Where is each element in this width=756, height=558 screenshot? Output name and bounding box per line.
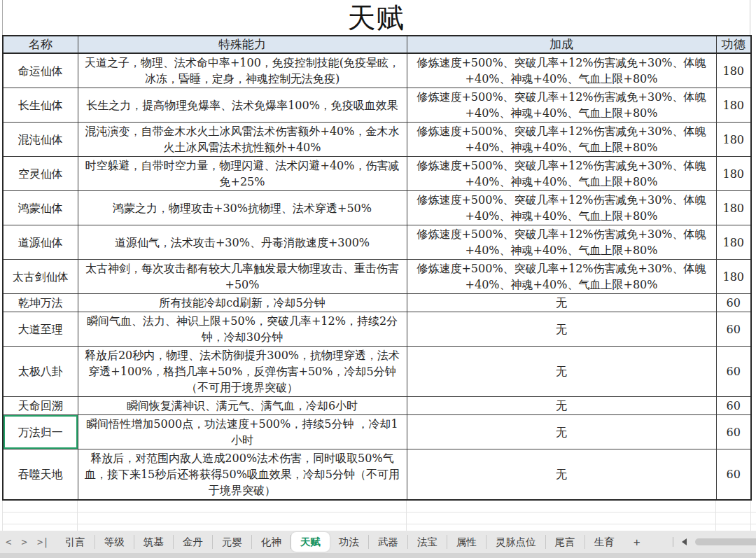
cell-name[interactable]: 混沌仙体	[3, 123, 78, 157]
tab-nav-buttons: < > >|	[0, 537, 56, 547]
tab-功法[interactable]: 功法	[330, 535, 369, 549]
empty-cell[interactable]	[3, 512, 78, 524]
table-row: 太古剑仙体太古神剑，每次攻击都有较大几率触发最大物理攻击、重击伤害+50%修炼速…	[3, 260, 751, 294]
cell-merit[interactable]: 180	[716, 191, 751, 225]
sheet-title-cell[interactable]: 天赋	[2, 0, 750, 35]
table-row: 鸿蒙仙体鸿蒙之力，物理攻击+30%抗物理、法术穿透+50%修炼速度+500%、突…	[3, 191, 751, 225]
tab-scroll-prev-button[interactable]: <	[6, 537, 11, 547]
cell-bonus[interactable]: 修炼速度+500%、突破几率+12%伤害减免+30%、体魄+40%、神魂+40%…	[407, 123, 716, 157]
cell-merit[interactable]: 180	[716, 88, 751, 123]
cell-name[interactable]: 道源仙体	[3, 225, 78, 260]
cell-name[interactable]: 命运仙体	[3, 53, 78, 88]
cell-merit[interactable]: 60	[716, 312, 751, 347]
tab-scroll-next-button[interactable]: >	[21, 537, 27, 547]
cell-bonus[interactable]: 无	[407, 312, 716, 347]
empty-cell[interactable]	[751, 512, 756, 524]
cell-ability[interactable]: 瞬间悟性增加5000点，功法速度+500%，持续5分钟 ，冷却1小时	[78, 415, 407, 449]
cell-bonus[interactable]: 无	[407, 397, 716, 415]
tab-灵脉点位[interactable]: 灵脉点位	[486, 535, 546, 549]
cell-merit[interactable]: 60	[716, 415, 751, 449]
cell-bonus[interactable]: 修炼速度+500%、突破几率+12%伤害减免+30%、体魄+40%、神魂+40%…	[407, 53, 716, 88]
cell-name[interactable]: 天命回溯	[3, 397, 78, 415]
table-row: 长生仙体长生之力，提高物理免爆率、法术免爆率100%，免疫吸血效果修炼速度+50…	[3, 88, 751, 123]
cell-name[interactable]: 空灵仙体	[3, 157, 78, 191]
tab-化神[interactable]: 化神	[252, 535, 291, 549]
cell-name[interactable]: 万法归一	[3, 415, 78, 449]
table-row: 天命回溯瞬间恢复满神识、满元气、满气血，冷却6小时无60	[3, 397, 751, 415]
tab-元婴[interactable]: 元婴	[213, 535, 252, 549]
cell-merit[interactable]: 60	[716, 347, 751, 397]
cell-ability[interactable]: 天道之子，物理、法术命中率+100，免疫控制技能(免疫晕眩，冰冻，昏睡，定身，神…	[78, 53, 407, 88]
column-header-merit[interactable]: 功德	[716, 36, 751, 53]
column-header-bonus[interactable]: 加成	[407, 36, 716, 53]
status-strip	[0, 553, 756, 558]
empty-cell[interactable]	[716, 501, 751, 512]
tab-尾言[interactable]: 尾言	[546, 535, 585, 549]
column-header-name[interactable]: 名称	[3, 36, 78, 53]
empty-cell[interactable]	[407, 512, 716, 524]
cell-ability[interactable]: 瞬间恢复满神识、满元气、满气血，冷却6小时	[78, 397, 407, 415]
cell-bonus[interactable]: 修炼速度+500%、突破几率+12%伤害减免+30%、体魄+40%、神魂+40%…	[407, 225, 716, 260]
table-row: 吞噬天地释放后，对范围内敌人造成200%法术伤害，同时吸取50%气血，接下来15…	[3, 449, 751, 501]
empty-cell[interactable]	[78, 501, 407, 512]
cell-bonus[interactable]: 修炼速度+500%、突破几率+12%伤害减免+30%、体魄+40%、神魂+40%…	[407, 157, 716, 191]
cell-ability[interactable]: 鸿蒙之力，物理攻击+30%抗物理、法术穿透+50%	[78, 191, 407, 225]
cell-bonus[interactable]: 修炼速度+500%、突破几率+12%伤害减免+30%、体魄+40%、神魂+40%…	[407, 191, 716, 225]
table-row: 太极八卦释放后20秒内，物理、法术防御提升300%，抗物理穿透，法术穿透+100…	[3, 347, 751, 397]
tabbar-divider	[673, 537, 673, 547]
add-sheet-button[interactable]: +	[624, 536, 650, 548]
cell-merit[interactable]: 180	[716, 260, 751, 294]
cell-merit[interactable]: 180	[716, 225, 751, 260]
tab-筑基[interactable]: 筑基	[134, 535, 174, 549]
tab-法宝[interactable]: 法宝	[408, 535, 447, 549]
tab-属性[interactable]: 属性	[447, 535, 486, 549]
table-row: 道源仙体道源仙气，法术攻击+30%、丹毒消散速度+300%修炼速度+500%、突…	[3, 225, 751, 260]
tab-scroll-last-button[interactable]: >|	[37, 537, 49, 547]
scroll-left-icon[interactable]	[682, 538, 687, 545]
table-row: 混沌仙体混沌演变，自带金木水火土冰风雷法术伤害额外+40%，金木水火土冰风雷法术…	[3, 123, 751, 157]
cell-bonus[interactable]: 无	[407, 449, 716, 501]
tab-武器[interactable]: 武器	[369, 535, 408, 549]
cell-merit[interactable]: 180	[716, 123, 751, 157]
cell-ability[interactable]: 所有技能冷却cd刷新，冷却5分钟	[78, 294, 407, 312]
cell-ability[interactable]: 瞬间气血、法力、神识上限+50%，突破几率+12%，持续2分钟，冷却30分钟	[78, 312, 407, 347]
empty-cell[interactable]	[407, 501, 716, 512]
cell-bonus[interactable]: 无	[407, 294, 716, 312]
cell-name[interactable]: 大道至理	[3, 312, 78, 347]
empty-cell[interactable]	[751, 501, 756, 512]
tab-金丹[interactable]: 金丹	[174, 535, 213, 549]
cell-bonus[interactable]: 无	[407, 415, 716, 449]
tab-生育[interactable]: 生育	[585, 535, 624, 549]
header-row: 名称 特殊能力 加成 功德	[3, 36, 751, 53]
cell-bonus[interactable]: 修炼速度+500%、突破几率+12%伤害减免+30%、体魄+40%、神魂+40%…	[407, 260, 716, 294]
cell-name[interactable]: 太极八卦	[3, 347, 78, 397]
cell-merit[interactable]: 60	[716, 449, 751, 501]
cell-name[interactable]: 鸿蒙仙体	[3, 191, 78, 225]
cell-ability[interactable]: 释放后20秒内，物理、法术防御提升300%，抗物理穿透，法术穿透+100%，格挡…	[78, 347, 407, 397]
table-row: 命运仙体天道之子，物理、法术命中率+100，免疫控制技能(免疫晕眩，冰冻，昏睡，…	[3, 53, 751, 88]
cell-name[interactable]: 乾坤万法	[3, 294, 78, 312]
cell-merit[interactable]: 180	[716, 53, 751, 88]
empty-cell[interactable]	[3, 501, 78, 512]
cell-ability[interactable]: 混沌演变，自带金木水火土冰风雷法术伤害额外+40%，金木水火土冰风雷法术抗性额外…	[78, 123, 407, 157]
cell-ability[interactable]: 释放后，对范围内敌人造成200%法术伤害，同时吸取50%气血，接下来15秒后还将…	[78, 449, 407, 501]
empty-cell[interactable]	[716, 512, 751, 524]
cell-merit[interactable]: 60	[716, 294, 751, 312]
cell-bonus[interactable]: 无	[407, 347, 716, 397]
cell-name[interactable]: 长生仙体	[3, 88, 78, 123]
cell-ability[interactable]: 长生之力，提高物理免爆率、法术免爆率100%，免疫吸血效果	[78, 88, 407, 123]
horizontal-scrollbar-thumb[interactable]	[695, 538, 756, 545]
column-header-ability[interactable]: 特殊能力	[78, 36, 407, 53]
empty-cell[interactable]	[78, 512, 407, 524]
tab-引言[interactable]: 引言	[56, 535, 95, 549]
cell-ability[interactable]: 太古神剑，每次攻击都有较大几率触发最大物理攻击、重击伤害+50%	[78, 260, 407, 294]
cell-name[interactable]: 太古剑仙体	[3, 260, 78, 294]
cell-merit[interactable]: 60	[716, 397, 751, 415]
cell-ability[interactable]: 道源仙气，法术攻击+30%、丹毒消散速度+300%	[78, 225, 407, 260]
tab-天赋[interactable]: 天赋	[291, 532, 330, 552]
cell-merit[interactable]: 180	[716, 157, 751, 191]
cell-name[interactable]: 吞噬天地	[3, 449, 78, 501]
cell-bonus[interactable]: 修炼速度+500%、突破几率+12%伤害减免+30%、体魄+40%、神魂+40%…	[407, 88, 716, 123]
tab-等级[interactable]: 等级	[95, 535, 134, 549]
cell-ability[interactable]: 时空躲避，自带时空力量，物理闪避、法术闪避+40%，伤害减免+25%	[78, 157, 407, 191]
